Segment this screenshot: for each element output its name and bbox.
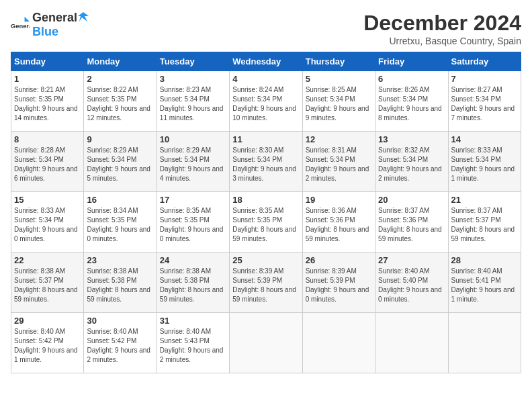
day-info: Sunrise: 8:38 AM Sunset: 5:37 PM Dayligh… xyxy=(14,267,81,304)
day-cell: 6Sunrise: 8:26 AM Sunset: 5:34 PM Daylig… xyxy=(375,71,448,132)
day-cell: 26Sunrise: 8:39 AM Sunset: 5:39 PM Dayli… xyxy=(302,253,375,313)
day-cell: 22Sunrise: 8:38 AM Sunset: 5:37 PM Dayli… xyxy=(11,253,84,313)
day-info: Sunrise: 8:26 AM Sunset: 5:34 PM Dayligh… xyxy=(378,85,445,123)
day-header-tuesday: Tuesday xyxy=(157,52,229,71)
day-number: 26 xyxy=(306,255,372,265)
day-header-monday: Monday xyxy=(84,52,157,71)
day-number: 11 xyxy=(232,134,299,144)
day-cell xyxy=(375,313,448,373)
day-cell: 10Sunrise: 8:29 AM Sunset: 5:34 PM Dayli… xyxy=(157,132,229,192)
day-cell: 3Sunrise: 8:23 AM Sunset: 5:34 PM Daylig… xyxy=(157,71,229,132)
day-info: Sunrise: 8:40 AM Sunset: 5:43 PM Dayligh… xyxy=(160,327,226,365)
day-number: 29 xyxy=(14,316,81,326)
day-info: Sunrise: 8:40 AM Sunset: 5:41 PM Dayligh… xyxy=(451,267,518,304)
day-cell: 30Sunrise: 8:40 AM Sunset: 5:42 PM Dayli… xyxy=(84,313,157,373)
day-number: 4 xyxy=(232,74,299,84)
day-info: Sunrise: 8:33 AM Sunset: 5:34 PM Dayligh… xyxy=(451,146,518,183)
day-info: Sunrise: 8:40 AM Sunset: 5:42 PM Dayligh… xyxy=(87,327,153,365)
day-header-saturday: Saturday xyxy=(448,52,521,71)
day-number: 18 xyxy=(232,195,299,205)
day-cell: 28Sunrise: 8:40 AM Sunset: 5:41 PM Dayli… xyxy=(448,253,521,313)
day-cell: 8Sunrise: 8:28 AM Sunset: 5:34 PM Daylig… xyxy=(11,132,84,192)
logo-bird-icon xyxy=(78,11,89,21)
day-number: 7 xyxy=(451,74,518,84)
day-info: Sunrise: 8:37 AM Sunset: 5:36 PM Dayligh… xyxy=(378,206,445,244)
day-number: 8 xyxy=(14,134,81,144)
day-number: 15 xyxy=(14,195,81,205)
day-info: Sunrise: 8:40 AM Sunset: 5:42 PM Dayligh… xyxy=(14,327,81,365)
day-number: 13 xyxy=(378,134,445,144)
day-number: 21 xyxy=(451,195,518,205)
day-info: Sunrise: 8:29 AM Sunset: 5:34 PM Dayligh… xyxy=(160,146,226,183)
day-number: 5 xyxy=(306,74,372,84)
day-info: Sunrise: 8:39 AM Sunset: 5:39 PM Dayligh… xyxy=(306,267,372,304)
day-number: 27 xyxy=(378,255,445,265)
day-number: 30 xyxy=(87,316,153,326)
day-info: Sunrise: 8:31 AM Sunset: 5:34 PM Dayligh… xyxy=(306,146,372,183)
day-number: 17 xyxy=(160,195,226,205)
day-cell: 20Sunrise: 8:37 AM Sunset: 5:36 PM Dayli… xyxy=(375,192,448,253)
logo: General General Blue xyxy=(11,11,89,39)
day-info: Sunrise: 8:21 AM Sunset: 5:35 PM Dayligh… xyxy=(14,85,81,123)
day-cell: 21Sunrise: 8:37 AM Sunset: 5:37 PM Dayli… xyxy=(448,192,521,253)
title-block: December 2024 Urretxu, Basque Country, S… xyxy=(363,11,521,46)
calendar-table: SundayMondayTuesdayWednesdayThursdayFrid… xyxy=(11,52,521,373)
day-cell: 5Sunrise: 8:25 AM Sunset: 5:34 PM Daylig… xyxy=(302,71,375,132)
day-cell xyxy=(230,313,302,373)
day-cell: 1Sunrise: 8:21 AM Sunset: 5:35 PM Daylig… xyxy=(11,71,84,132)
day-cell: 25Sunrise: 8:39 AM Sunset: 5:39 PM Dayli… xyxy=(230,253,302,313)
day-info: Sunrise: 8:25 AM Sunset: 5:34 PM Dayligh… xyxy=(306,85,372,123)
day-info: Sunrise: 8:36 AM Sunset: 5:36 PM Dayligh… xyxy=(306,206,372,244)
day-cell: 19Sunrise: 8:36 AM Sunset: 5:36 PM Dayli… xyxy=(302,192,375,253)
day-number: 20 xyxy=(378,195,445,205)
week-row-1: 1Sunrise: 8:21 AM Sunset: 5:35 PM Daylig… xyxy=(11,71,521,132)
day-info: Sunrise: 8:23 AM Sunset: 5:34 PM Dayligh… xyxy=(160,85,226,123)
day-info: Sunrise: 8:27 AM Sunset: 5:34 PM Dayligh… xyxy=(451,85,518,123)
day-info: Sunrise: 8:39 AM Sunset: 5:39 PM Dayligh… xyxy=(232,267,299,304)
day-cell: 11Sunrise: 8:30 AM Sunset: 5:34 PM Dayli… xyxy=(230,132,302,192)
day-cell: 23Sunrise: 8:38 AM Sunset: 5:38 PM Dayli… xyxy=(84,253,157,313)
day-cell: 17Sunrise: 8:35 AM Sunset: 5:35 PM Dayli… xyxy=(157,192,229,253)
day-info: Sunrise: 8:33 AM Sunset: 5:34 PM Dayligh… xyxy=(14,206,81,244)
logo-blue: Blue xyxy=(32,25,58,38)
svg-marker-1 xyxy=(25,17,30,21)
day-cell: 4Sunrise: 8:24 AM Sunset: 5:34 PM Daylig… xyxy=(230,71,302,132)
day-number: 22 xyxy=(14,255,81,265)
header-row: SundayMondayTuesdayWednesdayThursdayFrid… xyxy=(11,52,521,71)
day-header-wednesday: Wednesday xyxy=(230,52,302,71)
day-cell xyxy=(302,313,375,373)
day-info: Sunrise: 8:30 AM Sunset: 5:34 PM Dayligh… xyxy=(232,146,299,183)
day-cell: 29Sunrise: 8:40 AM Sunset: 5:42 PM Dayli… xyxy=(11,313,84,373)
day-info: Sunrise: 8:38 AM Sunset: 5:38 PM Dayligh… xyxy=(160,267,226,304)
svg-text:General: General xyxy=(11,23,30,30)
week-row-2: 8Sunrise: 8:28 AM Sunset: 5:34 PM Daylig… xyxy=(11,132,521,192)
day-number: 12 xyxy=(306,134,372,144)
week-row-5: 29Sunrise: 8:40 AM Sunset: 5:42 PM Dayli… xyxy=(11,313,521,373)
day-number: 28 xyxy=(451,255,518,265)
day-number: 6 xyxy=(378,74,445,84)
day-cell: 7Sunrise: 8:27 AM Sunset: 5:34 PM Daylig… xyxy=(448,71,521,132)
logo-general: General xyxy=(32,11,77,25)
header: General General Blue December 2024 Urret… xyxy=(11,11,521,46)
week-row-4: 22Sunrise: 8:38 AM Sunset: 5:37 PM Dayli… xyxy=(11,253,521,313)
day-number: 2 xyxy=(87,74,153,84)
day-cell: 27Sunrise: 8:40 AM Sunset: 5:40 PM Dayli… xyxy=(375,253,448,313)
day-info: Sunrise: 8:37 AM Sunset: 5:37 PM Dayligh… xyxy=(451,206,518,244)
month-title: December 2024 xyxy=(363,11,521,36)
day-number: 31 xyxy=(160,316,226,326)
week-row-3: 15Sunrise: 8:33 AM Sunset: 5:34 PM Dayli… xyxy=(11,192,521,253)
day-info: Sunrise: 8:34 AM Sunset: 5:35 PM Dayligh… xyxy=(87,206,153,244)
day-cell xyxy=(448,313,521,373)
day-header-thursday: Thursday xyxy=(302,52,375,71)
day-number: 3 xyxy=(160,74,226,84)
day-info: Sunrise: 8:40 AM Sunset: 5:40 PM Dayligh… xyxy=(378,267,445,304)
day-cell: 9Sunrise: 8:29 AM Sunset: 5:34 PM Daylig… xyxy=(84,132,157,192)
day-info: Sunrise: 8:29 AM Sunset: 5:34 PM Dayligh… xyxy=(87,146,153,183)
day-info: Sunrise: 8:38 AM Sunset: 5:38 PM Dayligh… xyxy=(87,267,153,304)
day-cell: 24Sunrise: 8:38 AM Sunset: 5:38 PM Dayli… xyxy=(157,253,229,313)
day-number: 9 xyxy=(87,134,153,144)
day-number: 19 xyxy=(306,195,372,205)
day-number: 25 xyxy=(232,255,299,265)
day-number: 14 xyxy=(451,134,518,144)
day-cell: 18Sunrise: 8:35 AM Sunset: 5:35 PM Dayli… xyxy=(230,192,302,253)
